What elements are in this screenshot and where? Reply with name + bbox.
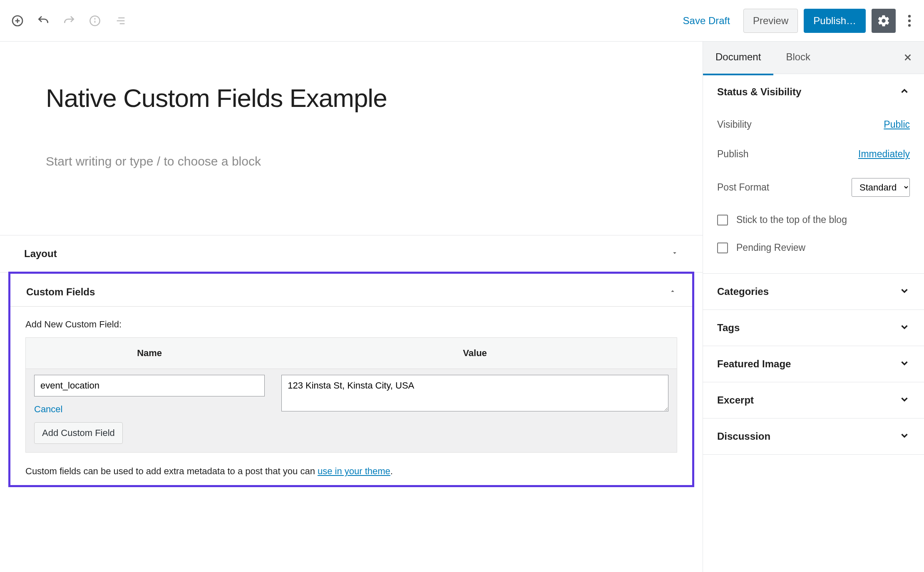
post-format-label: Post Format — [717, 182, 769, 193]
pending-label: Pending Review — [736, 242, 805, 253]
panel-excerpt-header[interactable]: Excerpt — [703, 382, 924, 418]
editor-toolbar: Save Draft Preview Publish… — [0, 0, 924, 42]
close-sidebar-icon[interactable] — [892, 51, 924, 65]
custom-fields-table: Name Value Cancel Add Custom Field — [25, 337, 677, 453]
cf-hint: Custom fields can be used to add extra m… — [10, 466, 692, 477]
publish-value[interactable]: Immediately — [858, 149, 910, 160]
stick-row: Stick to the top of the blog — [717, 206, 910, 234]
stick-label: Stick to the top of the blog — [736, 214, 847, 225]
post-title[interactable]: Native Custom Fields Example — [46, 83, 657, 113]
cf-hint-link[interactable]: use in your theme — [318, 466, 390, 476]
post-format-row: Post Format Standard — [717, 169, 910, 206]
publish-label: Publish — [717, 149, 748, 160]
post-format-select[interactable]: Standard — [852, 178, 910, 197]
chevron-down-icon — [899, 322, 910, 334]
panel-categories: Categories — [703, 274, 924, 310]
layout-metabox-title: Layout — [24, 248, 57, 260]
chevron-down-icon — [899, 394, 910, 406]
cf-name-input[interactable] — [34, 375, 265, 396]
visibility-row: Visibility Public — [717, 110, 910, 139]
custom-fields-metabox: Custom Fields Add New Custom Field: Name… — [8, 272, 694, 487]
settings-button[interactable] — [872, 9, 896, 33]
panel-categories-header[interactable]: Categories — [703, 274, 924, 310]
svg-point-10 — [908, 19, 911, 22]
add-block-icon[interactable] — [10, 13, 25, 28]
svg-point-11 — [908, 24, 911, 26]
add-custom-field-label: Add New Custom Field: — [25, 319, 677, 330]
toolbar-left — [7, 13, 128, 28]
cf-value-header: Value — [273, 338, 677, 369]
cf-hint-text: Custom fields can be used to add extra m… — [25, 466, 318, 476]
editor-area: Native Custom Fields Example Start writi… — [0, 42, 703, 572]
block-placeholder[interactable]: Start writing or type / to choose a bloc… — [46, 154, 657, 168]
panel-featured-image: Featured Image — [703, 346, 924, 382]
stick-checkbox[interactable] — [717, 215, 728, 225]
tab-block[interactable]: Block — [773, 42, 823, 75]
triangle-down-icon — [671, 249, 678, 258]
chevron-down-icon — [899, 430, 910, 443]
chevron-down-icon — [899, 285, 910, 298]
svg-point-5 — [94, 18, 95, 19]
sidebar-tabs: Document Block — [703, 42, 924, 74]
visibility-value[interactable]: Public — [884, 119, 910, 130]
panel-status-header[interactable]: Status & Visibility — [703, 74, 924, 110]
panel-status-visibility: Status & Visibility Visibility Public Pu… — [703, 74, 924, 274]
layout-metabox-header[interactable]: Layout — [0, 235, 703, 272]
panel-featured-image-header[interactable]: Featured Image — [703, 346, 924, 382]
outline-icon[interactable] — [113, 13, 128, 28]
more-menu-icon[interactable] — [902, 9, 917, 33]
tab-document[interactable]: Document — [703, 42, 773, 75]
panel-discussion: Discussion — [703, 418, 924, 455]
cf-hint-suffix: . — [390, 466, 393, 476]
panel-excerpt: Excerpt — [703, 382, 924, 418]
preview-button[interactable]: Preview — [743, 9, 798, 33]
toolbar-right: Save Draft Preview Publish… — [676, 9, 917, 33]
undo-icon[interactable] — [36, 13, 51, 28]
settings-sidebar: Document Block Status & Visibility Visib… — [703, 42, 924, 572]
cf-cancel-link[interactable]: Cancel — [34, 404, 62, 415]
layout-metabox: Layout — [0, 235, 703, 272]
chevron-down-icon — [899, 358, 910, 370]
custom-fields-title: Custom Fields — [26, 286, 95, 298]
redo-icon — [62, 13, 77, 28]
info-icon[interactable] — [87, 13, 102, 28]
pending-row: Pending Review — [717, 234, 910, 262]
panel-tags: Tags — [703, 310, 924, 346]
panel-discussion-header[interactable]: Discussion — [703, 418, 924, 454]
cf-value-textarea[interactable]: 123 Kinsta St, Kinsta City, USA — [281, 375, 668, 411]
panel-status-title: Status & Visibility — [717, 86, 801, 98]
publish-button[interactable]: Publish… — [804, 9, 866, 33]
triangle-up-icon — [669, 287, 676, 297]
chevron-up-icon — [899, 86, 910, 98]
custom-fields-header[interactable]: Custom Fields — [10, 274, 692, 307]
add-custom-field-button[interactable]: Add Custom Field — [34, 422, 123, 444]
publish-row: Publish Immediately — [717, 139, 910, 169]
pending-checkbox[interactable] — [717, 243, 728, 253]
panel-tags-header[interactable]: Tags — [703, 310, 924, 346]
cf-name-header: Name — [26, 338, 273, 369]
save-draft-button[interactable]: Save Draft — [676, 10, 738, 32]
svg-point-9 — [908, 15, 911, 17]
visibility-label: Visibility — [717, 119, 752, 130]
